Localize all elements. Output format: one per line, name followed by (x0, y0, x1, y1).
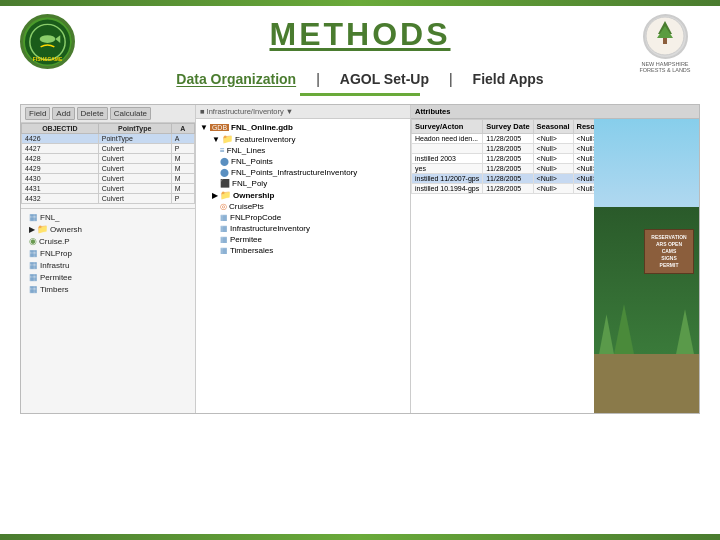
table-icon3: ▦ (29, 260, 38, 270)
left-tree-cruise[interactable]: ◉ Cruise.P (21, 235, 195, 247)
tree-fnl-lines[interactable]: ≡ FNL_Lines (196, 145, 410, 156)
poly-feature-icon: ⬛ (220, 179, 230, 188)
attr-row[interactable]: 11/28/2005<Null><Null> (412, 144, 595, 154)
tree-fnlpropcode[interactable]: ▦ FNLPropCode (196, 212, 410, 223)
expand-arrow: ▶ (29, 225, 35, 234)
col-survey-date: Survey Date (483, 120, 533, 134)
bottom-green-bar (0, 534, 720, 540)
table-icon-permitee: ▦ (220, 235, 228, 244)
col-objectid: OBJECTID (22, 124, 99, 134)
point-feature-icon2: ⬤ (220, 168, 229, 177)
tree-gdb[interactable]: ▼ GDB FNL_Online.gdb (196, 122, 410, 133)
attr-row[interactable]: Headon need iden...11/28/2005<Null><Null… (412, 134, 595, 144)
nav-row: Data Organization | AGOL Set-Up | Field … (0, 63, 720, 93)
attr-row[interactable]: instilled 11/2007-gps11/28/2005<Null><Nu… (412, 174, 595, 184)
field-btn[interactable]: Field (25, 107, 50, 120)
cruise-icon: ◎ (220, 202, 227, 211)
table-row[interactable]: 4427CulvertP (22, 144, 195, 154)
gdb-icon: GDB (210, 124, 229, 131)
delete-btn[interactable]: Delete (77, 107, 108, 120)
nav-item-agol[interactable]: AGOL Set-Up (340, 71, 429, 87)
folder-icon2: 📁 (220, 190, 231, 200)
logo-left: FISH&GAME (20, 14, 80, 74)
attr-row[interactable]: instilled 10.1994-gps11/28/2005<Null><Nu… (412, 184, 595, 194)
logo-right: NEW HAMPSHIRE FORESTS & LANDS (630, 14, 700, 74)
tree-fnl-points-infra[interactable]: ⬤ FNL_Points_InfrastructureInventory (196, 167, 410, 178)
table-row[interactable]: 4428CulvertM (22, 154, 195, 164)
header: FISH&GAME METHODS NEW HAMPSHIRE FORESTS … (0, 6, 720, 63)
table-icon5: ▦ (29, 284, 38, 294)
col-val: A (171, 124, 194, 134)
mid-catalog-panel: ■ Infrastructure/Inventory ▼ ▼ GDB FNL_O… (196, 105, 411, 413)
attr-table-header: Attributes (411, 105, 699, 119)
nav-sep-1: | (316, 71, 320, 87)
attr-and-photo: Survey/Acton Survey Date Seasonal Resour… (411, 119, 699, 413)
calculate-btn[interactable]: Calculate (110, 107, 151, 120)
col-type: PointType (98, 124, 171, 134)
attr-table-container: Survey/Acton Survey Date Seasonal Resour… (411, 119, 594, 413)
attr-table: Survey/Acton Survey Date Seasonal Resour… (411, 119, 594, 194)
folder-icon: 📁 (37, 224, 48, 234)
table-icon: ▦ (29, 212, 38, 222)
table-icon-mid: ▦ (220, 213, 228, 222)
nh-fish-game-logo: FISH&GAME (20, 14, 75, 69)
attr-row[interactable]: instilled 200311/28/2005<Null><Null> (412, 154, 595, 164)
nav-sep-2: | (449, 71, 453, 87)
table-icon-timber: ▦ (220, 246, 228, 255)
tree-infra-inventory[interactable]: ▦ InfrastructureInventory (196, 223, 410, 234)
expand-arrow: ▼ (212, 135, 220, 144)
svg-rect-8 (663, 38, 667, 44)
tree-permitee[interactable]: ▦ Permitee (196, 234, 410, 245)
left-attribute-panel: Field Add Delete Calculate OBJECTID Poin… (21, 105, 196, 413)
nav-item-data-org[interactable]: Data Organization (176, 71, 296, 87)
svg-text:FISH&GAME: FISH&GAME (33, 56, 63, 61)
table-icon4: ▦ (29, 272, 38, 282)
table-icon2: ▦ (29, 248, 38, 258)
object-id-table: OBJECTID PointType A 4426PointTypeA 4427… (21, 123, 195, 204)
svg-point-2 (40, 35, 56, 43)
forest-sign: RESERVATION ARS OPEN CAMS SIGNS PERMIT (644, 229, 694, 274)
tree-ownership[interactable]: ▶ 📁 Ownership (196, 189, 410, 201)
tree-cruise-pts[interactable]: ◎ CruisePts (196, 201, 410, 212)
title-section: METHODS (270, 16, 451, 53)
expand-arrow: ▼ (200, 123, 208, 132)
mid-toolbar: ■ Infrastructure/Inventory ▼ (196, 105, 410, 119)
left-tree-ownership[interactable]: ▶ 📁 Ownersh (21, 223, 195, 235)
col-seasonal: Seasonal (533, 120, 573, 134)
feature-icon: ◉ (29, 236, 37, 246)
table-icon-infra: ▦ (220, 224, 228, 233)
catalog-toolbar: Field Add Delete Calculate (21, 105, 195, 123)
left-tree-timbers[interactable]: ▦ Timbers (21, 283, 195, 295)
tree-fnl-points[interactable]: ⬤ FNL_Points (196, 156, 410, 167)
tree-feature-inventory[interactable]: ▼ 📁 FeatureInventory (196, 133, 410, 145)
left-tree-infra[interactable]: ▦ Infrastru (21, 259, 195, 271)
photo-panel: RESERVATION ARS OPEN CAMS SIGNS PERMIT (594, 119, 699, 413)
col-survey-action: Survey/Acton (412, 120, 483, 134)
table-row[interactable]: 4430CulvertM (22, 174, 195, 184)
tree-timbersales[interactable]: ▦ Timbersales (196, 245, 410, 256)
left-tree-fnl[interactable]: ▦ FNL_ (21, 211, 195, 223)
arcgis-panel: Field Add Delete Calculate OBJECTID Poin… (20, 104, 700, 414)
content-area: Field Add Delete Calculate OBJECTID Poin… (0, 104, 720, 414)
main-title: METHODS (270, 16, 451, 53)
table-row[interactable]: 4426PointTypeA (22, 134, 195, 144)
table-row[interactable]: 4431CulvertM (22, 184, 195, 194)
add-btn[interactable]: Add (52, 107, 74, 120)
left-tree-permitee[interactable]: ▦ Permitee (21, 271, 195, 283)
nav-item-field-apps[interactable]: Field Apps (473, 71, 544, 87)
left-tree-fnlprop[interactable]: ▦ FNLProp (21, 247, 195, 259)
right-logo-label: NEW HAMPSHIRE FORESTS & LANDS (630, 61, 700, 74)
forest-photo: RESERVATION ARS OPEN CAMS SIGNS PERMIT (594, 119, 699, 413)
right-panel: Attributes Survey/Acton Survey Date Seas… (411, 105, 699, 413)
point-feature-icon: ⬤ (220, 157, 229, 166)
tree-fnl-poly[interactable]: ⬛ FNL_Poly (196, 178, 410, 189)
expand-arrow: ▶ (212, 191, 218, 200)
folder-icon: 📁 (222, 134, 233, 144)
line-feature-icon: ≡ (220, 146, 225, 155)
table-row[interactable]: 4429CulvertM (22, 164, 195, 174)
nav-accent-line (300, 93, 420, 96)
attr-row[interactable]: yes11/28/2005<Null><Null> (412, 164, 595, 174)
table-row[interactable]: 4432CulvertP (22, 194, 195, 204)
nh-forests-logo (643, 14, 688, 59)
col-resource-sens: Resource Sens. (573, 120, 594, 134)
